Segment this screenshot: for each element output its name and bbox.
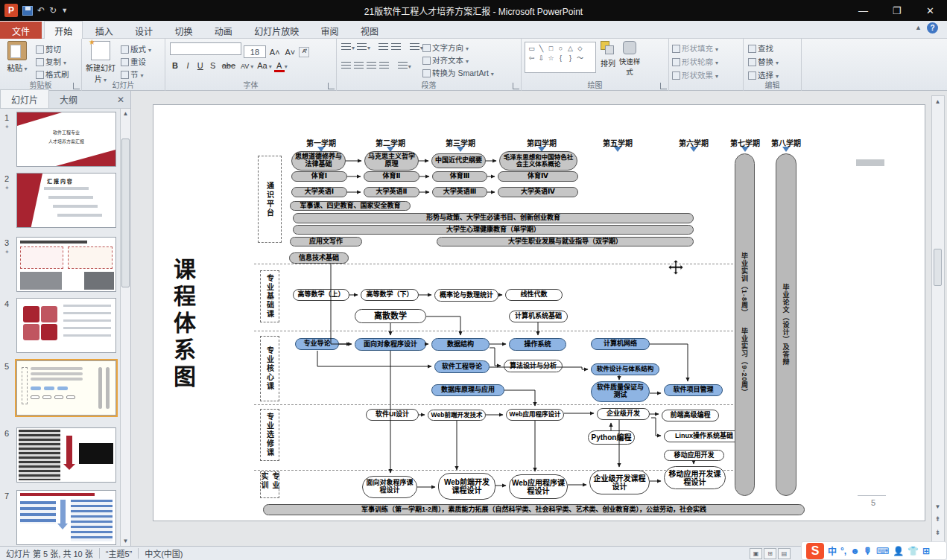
scrollbar-down-icon[interactable]: ▼ [933, 502, 943, 512]
course-node[interactable]: 移动应用开发课程设计 [664, 466, 726, 489]
grow-font-button[interactable]: A˄ [268, 48, 282, 57]
shrink-font-button[interactable]: A˅ [284, 48, 297, 57]
tab-file[interactable]: 文件 [0, 22, 42, 39]
tab-insert[interactable]: 插入 [86, 22, 123, 39]
arrange-button[interactable]: 排列 [598, 41, 618, 69]
normal-view-button[interactable]: ▣ [750, 548, 762, 559]
align-left-icon[interactable] [341, 62, 351, 70]
course-node[interactable]: Linux操作系统基础 [664, 430, 744, 442]
emoji-icon[interactable]: ☻ [850, 546, 860, 556]
course-node[interactable]: 体育Ⅲ [432, 171, 487, 182]
close-button[interactable]: ✕ [913, 0, 947, 21]
previous-slide-button[interactable]: ⇞ [933, 515, 943, 524]
slide-sorter-button[interactable]: ⊞ [764, 548, 776, 559]
align-text-button[interactable]: 对齐文本 ▾ [422, 54, 469, 66]
course-node[interactable]: 离散数学 [355, 309, 426, 323]
drawing-dialog-launcher[interactable] [660, 83, 667, 89]
cut-button[interactable]: 剪切 [36, 43, 61, 54]
change-case-button[interactable]: Aa [256, 61, 268, 70]
copy-button[interactable]: 复制 ▾ [36, 56, 66, 67]
course-node[interactable]: 体育Ⅳ [498, 171, 578, 182]
font-color-button[interactable]: A [274, 61, 285, 72]
align-right-icon[interactable] [367, 62, 376, 70]
slide-vertical-title[interactable]: 课程体系图 [174, 258, 199, 392]
toolbox-icon[interactable]: ⊞ [922, 546, 930, 556]
course-node[interactable]: 线性代数 [505, 289, 563, 301]
find-button[interactable]: 查找 [748, 42, 773, 54]
italic-button[interactable]: I [183, 61, 193, 70]
next-slide-button[interactable]: ⇟ [933, 528, 943, 538]
punctuation-icon[interactable]: °, [840, 546, 846, 556]
minimize-ribbon-icon[interactable]: ▲ [915, 24, 922, 31]
course-node[interactable]: 军事课、四史教育、国家安全教育 [290, 201, 411, 211]
format-painter-button[interactable]: 格式刷 [36, 69, 69, 80]
save-icon[interactable] [22, 6, 33, 16]
course-node[interactable]: 软件工程导论 [434, 360, 490, 373]
course-node[interactable]: 大学英语Ⅲ [432, 187, 487, 197]
course-node[interactable]: 大学英语Ⅳ [498, 187, 578, 197]
justify-icon[interactable] [379, 62, 389, 70]
course-node[interactable]: 大学生心理健康教育（单学期） [293, 225, 694, 235]
tab-outline[interactable]: 大纲 [49, 90, 88, 108]
paragraph-dialog-launcher[interactable] [513, 83, 519, 89]
section-label[interactable]: 专业核心课 [260, 336, 279, 401]
course-node[interactable]: Web前端开发课程设计 [438, 473, 495, 500]
course-node[interactable]: Web应用程序课程设计 [509, 474, 568, 499]
columns-icon[interactable] [398, 62, 408, 70]
redo-icon[interactable]: ↻ [49, 5, 57, 16]
shapes-gallery[interactable]: ▭╲□○△⬦ ⇦⇩☆{}〜 [525, 42, 596, 73]
course-node[interactable]: 概率论与数理统计 [434, 289, 498, 302]
align-center-icon[interactable] [354, 62, 364, 70]
tab-slides-thumbnails[interactable]: 幻灯片 [0, 89, 49, 108]
layout-button[interactable]: 版式 ▾ [121, 43, 151, 54]
section-button[interactable]: 节 ▾ [121, 69, 143, 80]
course-node[interactable]: 体育Ⅱ [364, 171, 419, 182]
graduation-bar[interactable]: 毕业论文（设计）及答辩 [776, 153, 796, 496]
minimize-button[interactable]: — [846, 0, 880, 21]
course-node[interactable]: 数据结构 [431, 338, 490, 351]
panel-scrollbar[interactable]: ▲ ▼ [120, 109, 130, 546]
panel-scroll-thumb[interactable] [121, 139, 130, 287]
course-node[interactable]: 面向对象程序设计 [355, 338, 426, 351]
course-node[interactable]: 操作系统 [509, 338, 566, 351]
shape-effects-button[interactable]: 形状效果 ▾ [672, 69, 718, 80]
shape-fill-button[interactable]: 形状填充 ▾ [672, 42, 718, 54]
slide-thumbnail-1[interactable]: 软件工程专业 人才培养方案汇报 [16, 112, 116, 167]
scrollbar-up-icon[interactable]: ▲ [933, 97, 943, 106]
course-node[interactable]: 企业级开发课程设计 [589, 470, 650, 494]
course-node[interactable]: 大学英语Ⅰ [291, 187, 347, 197]
scroll-down-icon[interactable]: ▼ [121, 536, 130, 546]
bold-button[interactable]: B [170, 61, 180, 70]
course-node[interactable]: 高等数学（下） [361, 289, 419, 301]
restore-button[interactable]: ❐ [880, 0, 913, 21]
course-node[interactable]: 高等数学（上） [293, 289, 349, 301]
quick-styles-button[interactable]: 快速样式 [617, 41, 642, 77]
tab-review[interactable]: 审阅 [311, 22, 349, 39]
course-node[interactable]: 企业级开发 [597, 408, 650, 420]
transition-star-icon[interactable]: ✦ [4, 185, 10, 191]
increase-indent-icon[interactable] [391, 43, 401, 51]
slide-thumbnail-6[interactable] [16, 427, 116, 483]
new-slide-button[interactable]: 新建幻灯片 ▾ [83, 41, 118, 84]
course-node[interactable]: 信息技术基础 [289, 252, 349, 264]
section-label[interactable]: 专业实训 [260, 471, 279, 498]
course-node[interactable]: 移动应用开发 [664, 450, 724, 461]
slide-canvas[interactable]: 课程体系图 第一学期第二学期第三学期第四学期第五学期第六学期第七学期第八学期通识… [153, 104, 925, 521]
course-node[interactable]: 软件项目管理 [664, 384, 723, 396]
paste-button[interactable]: 粘贴 ▾ [1, 41, 33, 73]
tab-transitions[interactable]: 切换 [165, 22, 202, 39]
course-node[interactable]: 大学生职业发展与就业指导（双学期） [437, 237, 694, 246]
course-node[interactable]: 数据库原理与应用 [431, 384, 504, 396]
tab-animations[interactable]: 动画 [205, 22, 242, 39]
course-node[interactable]: 前端高级编程 [662, 410, 719, 421]
course-node[interactable]: 面向对象程序课程设计 [362, 476, 417, 498]
text-shadow-button[interactable]: S [208, 61, 218, 70]
course-node[interactable]: Web应用程序设计 [506, 409, 564, 421]
shape-outline-button[interactable]: 形状轮廓 ▾ [672, 56, 718, 67]
course-node[interactable]: 算法设计与分析 [504, 360, 563, 372]
sogou-logo-icon[interactable]: S [806, 543, 824, 559]
course-node[interactable]: Python编程 [588, 430, 635, 445]
graduation-bar[interactable]: 毕业实训（1-8周） 毕业实习（9-20周） [735, 153, 755, 496]
font-size-combobox[interactable]: 18 [244, 45, 266, 58]
course-node[interactable]: 软件设计与体系结构 [591, 363, 659, 375]
